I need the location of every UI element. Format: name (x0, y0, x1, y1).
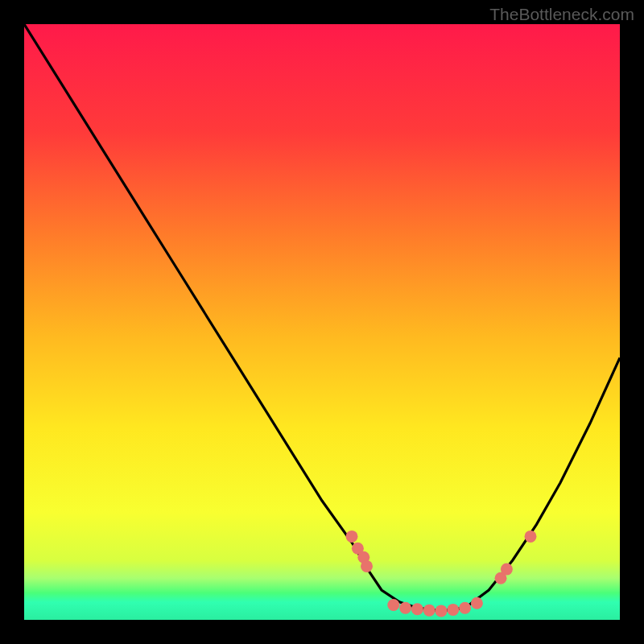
chart-curve (24, 24, 620, 620)
data-point-marker (436, 605, 448, 617)
chart-plot-area (24, 24, 620, 620)
watermark-text: TheBottleneck.com (489, 5, 634, 24)
data-point-marker (459, 602, 471, 614)
data-point-marker (411, 603, 423, 615)
data-point-marker (525, 530, 537, 543)
data-point-marker (387, 599, 399, 611)
data-point-marker (423, 605, 436, 617)
data-point-marker (346, 530, 358, 543)
data-point-marker (447, 604, 459, 616)
data-point-marker (361, 560, 373, 572)
data-point-marker (501, 564, 513, 576)
data-point-marker (399, 602, 411, 614)
data-point-marker (471, 597, 483, 609)
